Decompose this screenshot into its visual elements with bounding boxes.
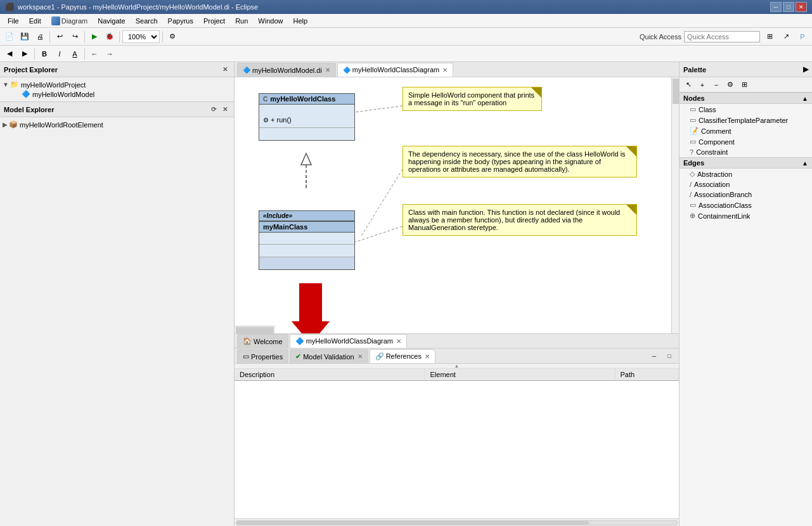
app-icon: ⬛ (5, 3, 15, 11)
quick-access-input[interactable] (684, 31, 760, 42)
arrow-left-btn[interactable]: ← (87, 47, 101, 61)
tab-close-cd[interactable]: ✕ (442, 67, 448, 74)
window-controls: ─ □ ✕ (770, 2, 807, 12)
tab-properties[interactable]: ▭ Properties (237, 349, 288, 363)
palette-zoom-in-btn[interactable]: + (696, 79, 709, 91)
close-explorer-btn[interactable]: ✕ (220, 65, 230, 75)
tab-refs-close[interactable]: ✕ (425, 353, 430, 360)
sep5 (34, 48, 35, 60)
class-label: Class (699, 106, 716, 113)
palette-item-association[interactable]: / Association (680, 179, 812, 189)
palette-item-comment[interactable]: 📝 Comment (680, 125, 812, 136)
palette-expand-btn[interactable]: ▶ (803, 65, 808, 74)
palette-settings-btn[interactable]: ⚙ (724, 79, 737, 91)
toggle-root[interactable]: ▶ (3, 121, 8, 128)
min-bottom-btn[interactable]: ─ (647, 349, 661, 363)
zoom-dropdown[interactable]: 100% 75% 150% (122, 30, 160, 43)
papyrus-icon-btn[interactable]: P (796, 30, 809, 44)
bottom-scrollbar-h[interactable] (235, 518, 679, 526)
left-panel: Project Explorer ✕ ▼ 📁 myHelloWorldProje… (0, 62, 235, 526)
tab-model-di[interactable]: 🔷 myHelloWorldModel.di ✕ (237, 63, 336, 77)
constraint-icon: ? (690, 148, 693, 156)
undo-btn[interactable]: ↩ (53, 30, 67, 44)
menu-diagram[interactable]: Diagram (46, 14, 93, 27)
tree-item-model[interactable]: ▶ 🔷 myHelloWorldModel (3, 89, 231, 99)
tree-item-root[interactable]: ▶ 📦 myHelloWorldRootElement (3, 120, 231, 129)
arrow-right-btn[interactable]: → (103, 47, 117, 61)
palette-item-assoc-class[interactable]: ▭ AssociationClass (680, 200, 812, 210)
tab-validation-close[interactable]: ✕ (358, 353, 363, 360)
palette-item-component[interactable]: ▭ Component (680, 136, 812, 147)
open-perspective-btn[interactable]: ↗ (779, 30, 793, 44)
palette-item-containment[interactable]: ⊕ ContainmentLink (680, 210, 812, 221)
component-icon: ▭ (690, 138, 696, 146)
menu-papyrus[interactable]: Papyrus (163, 14, 198, 27)
run-btn[interactable]: ▶ (87, 30, 101, 44)
diagram-canvas: C myHelloWorldClass ⚙ + run() «Include» … (235, 77, 679, 333)
diagram-scrollbar-v[interactable] (671, 77, 679, 333)
minimize-button[interactable]: ─ (770, 2, 782, 12)
tab-label-di: myHelloWorldModel.di (252, 67, 322, 74)
menu-navigate[interactable]: Navigate (93, 14, 130, 27)
back-btn[interactable]: ◀ (3, 47, 16, 61)
menu-search[interactable]: Search (131, 14, 163, 27)
tab-classdgm-close[interactable]: ✕ (396, 338, 401, 345)
tab-class-diagram[interactable]: 🔷 myHelloWorldClassDiagram ✕ (337, 63, 453, 77)
palette-item-abstraction[interactable]: ◇ Abstraction (680, 169, 812, 179)
bold-btn[interactable]: B (37, 47, 51, 61)
forward-btn[interactable]: ▶ (18, 47, 32, 61)
diagram-scrollbar-h[interactable] (235, 326, 275, 333)
tab-close-di[interactable]: ✕ (325, 67, 330, 74)
close-button[interactable]: ✕ (796, 2, 807, 12)
palette-item-classifier-template[interactable]: ▭ ClassifierTemplateParameter (680, 115, 812, 125)
toggle-project[interactable]: ▼ (3, 81, 9, 88)
palette-item-constraint[interactable]: ? Constraint (680, 147, 812, 157)
print-btn[interactable]: 🖨 (33, 30, 47, 44)
col-path[interactable]: Path (615, 369, 679, 381)
palette-item-assoc-branch[interactable]: / AssociationBranch (680, 189, 812, 200)
perspectives-btn[interactable]: ⊞ (763, 30, 777, 44)
props-tab-bar: ▭ Properties ✔ Model Validation ✕ 🔗 Refe… (235, 349, 679, 364)
more-btn[interactable]: ⚙ (165, 30, 179, 44)
col-description[interactable]: Description (235, 369, 425, 381)
sync-btn[interactable]: ⟳ (209, 105, 219, 115)
max-bottom-btn[interactable]: □ (662, 349, 676, 363)
menu-edit[interactable]: Edit (24, 14, 46, 27)
palette-item-class[interactable]: ▭ Class (680, 104, 812, 115)
palette-layout-btn[interactable]: ⊞ (738, 79, 751, 91)
underline-btn[interactable]: A (68, 47, 82, 61)
tree-item-project[interactable]: ▼ 📁 myHelloWorldProject (3, 80, 231, 89)
class2-header: «Include» (259, 211, 354, 221)
tab-classdgm[interactable]: 🔷 myHelloWorldClassDiagram ✕ (290, 334, 407, 348)
menu-window[interactable]: Window (253, 14, 288, 27)
uml-class-helloworld[interactable]: C myHelloWorldClass ⚙ + run() (259, 93, 355, 141)
tab-validation[interactable]: ✔ Model Validation ✕ (290, 349, 368, 363)
model-explorer-title: Model Explorer (4, 106, 209, 113)
uml-class-mainclass[interactable]: «Include» myMainClass (259, 210, 355, 270)
palette-edges-header[interactable]: Edges ▲ (680, 157, 812, 169)
menu-file[interactable]: File (3, 14, 24, 27)
menu-run[interactable]: Run (230, 14, 253, 27)
palette-zoom-out-btn[interactable]: − (710, 79, 723, 91)
model-explorer-section: Model Explorer ⟳ ✕ ▶ 📦 myHelloWorldRootE… (0, 102, 234, 132)
italic-btn[interactable]: I (53, 47, 67, 61)
menu-project[interactable]: Project (198, 14, 230, 27)
tab-welcome[interactable]: 🏠 Welcome (237, 334, 288, 348)
tab-references[interactable]: 🔗 References ✕ (370, 349, 435, 363)
tab-icon-cd: 🔷 (343, 67, 351, 74)
maximize-button[interactable]: □ (783, 2, 794, 12)
save-btn[interactable]: 💾 (18, 30, 32, 44)
debug-btn[interactable]: 🐞 (103, 30, 117, 44)
close-model-btn[interactable]: ✕ (220, 105, 230, 115)
assoc-class-label: AssociationClass (699, 202, 752, 209)
menu-help[interactable]: Help (288, 14, 313, 27)
assoc-branch-label: AssociationBranch (694, 191, 752, 198)
palette-nodes-header[interactable]: Nodes ▲ (680, 93, 812, 104)
palette-select-btn[interactable]: ↖ (682, 79, 695, 91)
class1-name: myHelloWorldClass (270, 95, 335, 103)
col-element[interactable]: Element (425, 369, 615, 381)
class2-footer2 (259, 257, 354, 269)
new-btn[interactable]: 📄 (3, 30, 16, 44)
redo-btn[interactable]: ↪ (68, 30, 82, 44)
constraint-label: Constraint (696, 148, 728, 156)
